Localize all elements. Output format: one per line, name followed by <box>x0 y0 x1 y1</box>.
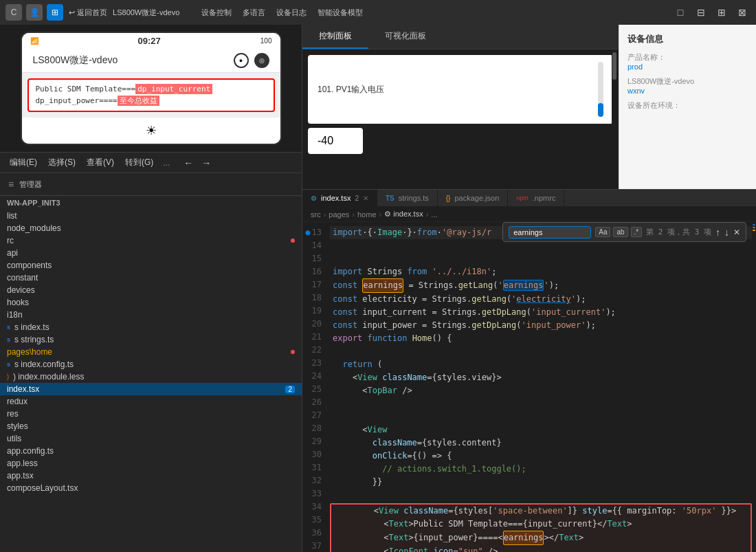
code-content[interactable]: Aa ab .* 第 2 项，共 3 项 ↑ ↓ ✕ <box>327 222 752 552</box>
sidebar-item-constant[interactable]: constant <box>0 272 302 284</box>
sidebar-item-devices[interactable]: devices <box>0 284 302 296</box>
earnings-highlight-17: earnings <box>362 278 403 293</box>
device-back-nav[interactable]: ↩ 返回首页 <box>69 8 107 18</box>
ln-24: 24 <box>302 370 322 383</box>
editor-toolbar: 编辑(E) 选择(S) 查看(V) 转到(G) ... ← → <box>0 153 302 173</box>
find-nav-down[interactable]: ↓ <box>724 227 729 238</box>
icon-c[interactable]: C <box>5 4 22 21</box>
sidebar-item-node-modules[interactable]: node_modules <box>0 222 302 234</box>
tab-visual-panel[interactable]: 可视化面板 <box>368 25 443 49</box>
nav-fwd-button[interactable]: → <box>199 156 214 170</box>
sidebar-item-app-tsx[interactable]: app.tsx <box>0 470 302 482</box>
sidebar-item-pages-home[interactable]: pages\home <box>0 346 302 358</box>
tab-strings-ts[interactable]: TS strings.ts <box>377 190 438 206</box>
sidebar-item-list[interactable]: list <box>0 210 302 222</box>
find-count: 第 2 项，共 3 项 <box>646 225 711 239</box>
code-text-19c: ); <box>605 306 615 319</box>
earnings-highlight-36: earnings <box>503 531 544 545</box>
layout-quad[interactable]: ⊠ <box>734 4 751 21</box>
ln-27: 27 <box>302 409 322 422</box>
record-icon[interactable]: ● <box>234 53 249 68</box>
sidebar-item-components[interactable]: components <box>0 259 302 272</box>
tab-multilang[interactable]: 多语言 <box>243 6 265 19</box>
sep-1: › <box>324 210 326 219</box>
fn-home-21: Home <box>412 332 432 345</box>
menu-edit[interactable]: 编辑(E) <box>5 155 41 170</box>
sidebar-item-index-ts[interactable]: ss index.ts <box>0 321 302 333</box>
sidebar-item-utils[interactable]: utils <box>0 432 302 445</box>
find-close[interactable]: ✕ <box>733 228 740 237</box>
pv1-value-display: -40 <box>308 128 363 154</box>
breadcrumb-home[interactable]: home <box>357 210 377 219</box>
sidebar-item-index-config[interactable]: ss index.config.ts <box>0 358 302 371</box>
tab-package-json[interactable]: {} package.json <box>438 190 509 206</box>
code-line-15 <box>330 252 752 265</box>
sidebar-item-api[interactable]: api <box>0 247 302 259</box>
code-text-25a: < <box>333 384 368 397</box>
code-text-13: ·{· <box>362 226 377 239</box>
find-nav-up[interactable]: ↑ <box>715 227 720 238</box>
scroll-thumb[interactable] <box>612 52 616 80</box>
pv1-slider-thumb[interactable] <box>598 103 603 117</box>
find-opt-whole[interactable]: ab <box>613 227 627 237</box>
toolbar-more[interactable]: ... <box>160 158 173 168</box>
find-opt-case[interactable]: Aa <box>595 227 610 237</box>
icon-profile[interactable]: 👤 <box>26 4 43 21</box>
sidebar-item-compose-layout[interactable]: composeLayout.tsx <box>0 482 302 494</box>
sidebar-item-i18n[interactable]: i18n <box>0 309 302 321</box>
sidebar-item-index-tsx[interactable]: index.tsx2 <box>0 383 302 395</box>
code-line-37: < IconFont icon = "sun" /> <box>331 545 751 552</box>
sidebar-item-app-less[interactable]: app.less <box>0 457 302 470</box>
tab-index-tsx[interactable]: ⚙ index.tsx 2 ✕ <box>302 190 377 206</box>
tab-close-btn[interactable]: ✕ <box>363 195 368 202</box>
tab-strings-ts-label: strings.ts <box>399 194 429 202</box>
code-text-21b <box>407 332 412 345</box>
wifi-icon: 📶 <box>30 37 38 45</box>
phone-code-box: Public SDM Template===dp_input_current d… <box>27 78 275 112</box>
layout-triple[interactable]: ⊞ <box>713 4 730 21</box>
find-input[interactable] <box>509 226 591 239</box>
nav-back-button[interactable]: ← <box>181 156 196 170</box>
camera-icon[interactable]: ◎ <box>254 53 269 68</box>
tag-text-close-36: Text <box>559 531 579 544</box>
kw-from-13: from <box>417 226 437 239</box>
str-34b: '50rpx' <box>682 505 717 518</box>
sidebar-item-strings-ts[interactable]: ss strings.ts <box>0 333 302 346</box>
layout-split[interactable]: ⊟ <box>693 4 709 21</box>
tab-smart-model[interactable]: 智能设备模型 <box>318 6 363 19</box>
kw-function-21: function <box>368 332 408 345</box>
str-17: 'earnings' <box>498 279 548 292</box>
tab-device-log[interactable]: 设备日志 <box>276 6 307 19</box>
device-nav-tabs: 设备控制 多语言 设备日志 智能设备模型 <box>201 6 363 19</box>
breadcrumb-file[interactable]: ⚙ index.tsx <box>384 210 423 219</box>
find-opt-regex[interactable]: .* <box>631 227 643 237</box>
device-info-key-2: 设备所在环境： <box>627 100 748 111</box>
code-text-28a: < <box>333 423 368 437</box>
layout-single[interactable]: □ <box>672 4 689 21</box>
menu-select[interactable]: 选择(S) <box>44 155 80 170</box>
pv1-label: 101. PV1输入电压 <box>318 84 384 96</box>
code-text-20c: ); <box>586 319 595 332</box>
breadcrumb-pages[interactable]: pages <box>329 210 349 219</box>
icon-grid[interactable]: ⊞ <box>47 4 63 21</box>
menu-view[interactable]: 查看(V) <box>82 155 118 170</box>
sidebar-item-res[interactable]: res <box>0 408 302 420</box>
sidebar-item-index-module-less[interactable]: )) index.module.less <box>0 371 302 383</box>
code-line-27 <box>330 410 752 423</box>
code-text-34b <box>399 505 403 518</box>
sidebar-item-hooks[interactable]: hooks <box>0 296 302 309</box>
sidebar-item-redux[interactable]: redux <box>0 395 302 408</box>
breadcrumb-src[interactable]: src <box>311 210 321 219</box>
rc-dot <box>291 239 295 243</box>
device-info-val-0: prod <box>627 63 748 71</box>
find-options: Aa ab .* <box>595 227 642 237</box>
code-editor: ● 13 14 15 16 17 18 19 20 21 22 23 24 <box>302 222 756 552</box>
tab-control-panel[interactable]: 控制面板 <box>302 25 368 49</box>
tab-npmrc[interactable]: npm .npmrc <box>508 190 564 206</box>
sidebar-item-styles[interactable]: styles <box>0 420 302 432</box>
sidebar-more-options[interactable]: ≡ <box>5 177 16 191</box>
tab-device-control[interactable]: 设备控制 <box>201 6 232 19</box>
menu-goto[interactable]: 转到(G) <box>121 155 157 170</box>
sidebar-item-app-config[interactable]: app.config.ts <box>0 445 302 457</box>
sidebar-item-rc[interactable]: rc <box>0 234 302 247</box>
